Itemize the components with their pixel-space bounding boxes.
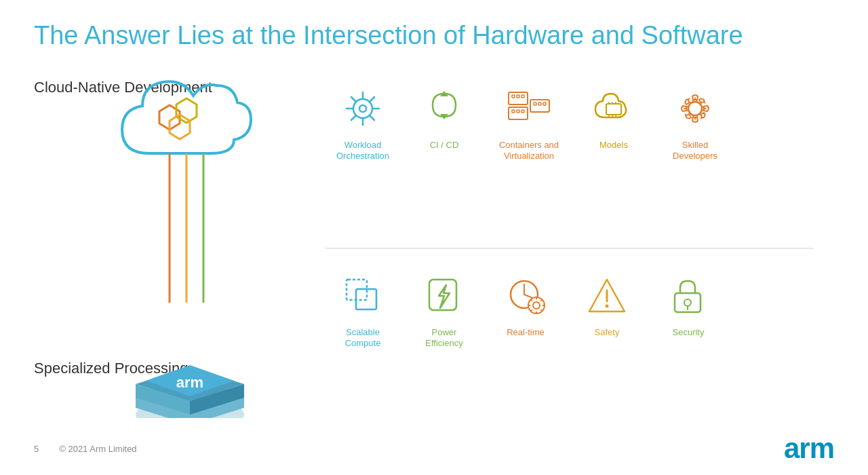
- page-number: 5: [34, 444, 39, 454]
- security-icon-box: [665, 273, 712, 320]
- copyright: © 2021 Arm Limited: [59, 444, 136, 454]
- safety-label: Safety: [595, 327, 620, 339]
- svg-rect-31: [521, 95, 524, 98]
- models-label: Models: [599, 140, 628, 151]
- svg-line-54: [524, 294, 532, 298]
- skilled-dev-label: SkilledDevelopers: [673, 140, 717, 163]
- svg-rect-50: [429, 280, 456, 310]
- icon-scalable-compute: ScalableCompute: [326, 273, 400, 350]
- realtime-icon-box: [502, 273, 549, 320]
- icon-power-efficiency: PowerEfficiency: [407, 273, 481, 350]
- svg-text:arm: arm: [176, 374, 203, 391]
- icon-cicd: CI / CD: [407, 86, 481, 151]
- icon-workload-orchestration: WorkloadOrchestration: [326, 86, 400, 163]
- icon-realtime: Real-time: [488, 273, 563, 339]
- svg-line-22: [351, 97, 356, 102]
- svg-point-69: [684, 299, 691, 306]
- icon-skilled-developers: SkilledDevelopers: [658, 86, 732, 163]
- svg-line-24: [370, 97, 374, 102]
- svg-rect-38: [538, 102, 541, 105]
- svg-rect-34: [517, 110, 519, 113]
- scalable-label: ScalableCompute: [345, 327, 381, 350]
- icon-security: Security: [651, 273, 726, 339]
- svg-line-25: [351, 115, 356, 120]
- svg-rect-33: [512, 110, 515, 113]
- icon-models: Models: [576, 86, 651, 151]
- safety-icon-box: [583, 273, 631, 320]
- models-icon-box: [590, 86, 637, 133]
- cicd-icon-box: [420, 86, 468, 133]
- slide-title: The Answer Lies at the Intersection of H…: [34, 20, 834, 52]
- security-label: Security: [673, 327, 705, 339]
- right-panel: WorkloadOrchestration CI: [292, 65, 834, 432]
- illustration: arm: [102, 65, 278, 432]
- svg-point-67: [605, 305, 608, 308]
- svg-rect-37: [534, 102, 536, 105]
- svg-line-23: [370, 115, 374, 120]
- cicd-label: CI / CD: [430, 140, 459, 151]
- svg-rect-30: [517, 95, 519, 98]
- workload-icon-box: [339, 86, 387, 133]
- workload-label: WorkloadOrchestration: [336, 140, 389, 163]
- svg-point-47: [688, 102, 702, 115]
- svg-rect-35: [521, 110, 524, 113]
- section-divider: [326, 248, 814, 249]
- svg-marker-51: [439, 285, 450, 308]
- svg-rect-40: [606, 104, 621, 115]
- power-label: PowerEfficiency: [425, 327, 462, 350]
- realtime-label: Real-time: [507, 327, 545, 339]
- scalable-icon-box: [339, 273, 387, 320]
- skilled-dev-icon-box: [671, 86, 719, 133]
- bottom-icon-row: ScalableCompute PowerEfficiency: [305, 252, 834, 432]
- icon-containers: Containers andVirtualization: [488, 86, 570, 163]
- svg-point-17: [359, 105, 366, 112]
- svg-rect-39: [543, 102, 546, 105]
- svg-rect-32: [509, 107, 528, 119]
- containers-icon-box: [505, 86, 553, 133]
- footer: 5 © 2021 Arm Limited arm: [34, 432, 834, 465]
- slide: The Answer Lies at the Intersection of H…: [0, 0, 868, 475]
- content-area: Cloud-Native Development Specialized Pro…: [34, 65, 834, 432]
- arm-logo: arm: [784, 432, 834, 465]
- footer-left: 5 © 2021 Arm Limited: [34, 444, 137, 454]
- svg-rect-29: [512, 95, 515, 98]
- icon-safety: Safety: [570, 273, 644, 339]
- containers-label: Containers andVirtualization: [499, 140, 559, 163]
- power-icon-box: [420, 273, 468, 320]
- svg-rect-36: [530, 100, 549, 112]
- svg-rect-28: [509, 92, 528, 104]
- left-panel: Cloud-Native Development Specialized Pro…: [34, 65, 292, 432]
- top-icon-row: WorkloadOrchestration CI: [305, 65, 834, 244]
